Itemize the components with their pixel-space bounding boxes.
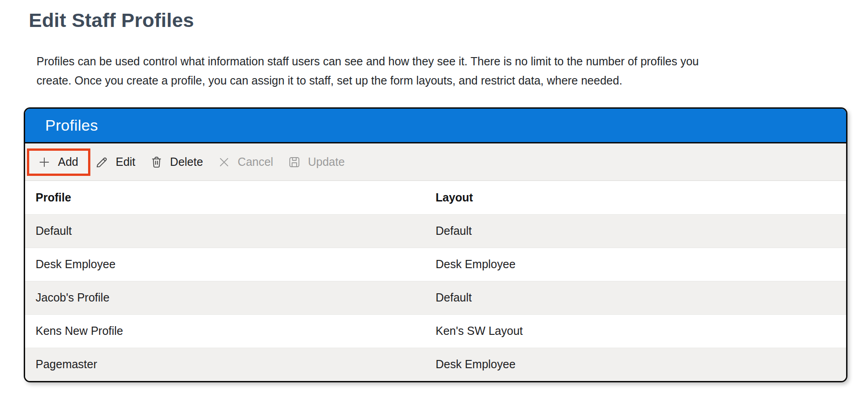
table-header-row: Profile Layout	[25, 181, 846, 214]
cell-profile: Kens New Profile	[25, 314, 436, 348]
cell-profile: Pagemaster	[25, 348, 436, 381]
description-line-2: create. Once you create a profile, you c…	[37, 71, 847, 90]
trash-icon	[150, 155, 163, 169]
pencil-icon	[95, 155, 109, 169]
cell-layout: Default	[436, 214, 847, 248]
cancel-button-label: Cancel	[238, 155, 273, 169]
plus-icon	[37, 155, 51, 169]
edit-button[interactable]: Edit	[95, 155, 135, 169]
panel-title: Profiles	[45, 116, 98, 134]
table-row-pagemaster[interactable]: Pagemaster Desk Employee	[25, 348, 846, 381]
cell-layout: Desk Employee	[436, 248, 847, 281]
cell-profile: Jacob's Profile	[25, 281, 436, 314]
edit-button-label: Edit	[115, 155, 135, 169]
delete-button-label: Delete	[170, 155, 203, 169]
table-row-desk-employee[interactable]: Desk Employee Desk Employee	[25, 248, 846, 281]
page-title: Edit Staff Profiles	[29, 9, 868, 32]
cancel-button[interactable]: Cancel	[217, 155, 273, 169]
table-row-jacobs-profile[interactable]: Jacob's Profile Default	[25, 281, 846, 314]
panel-header: Profiles	[25, 109, 846, 143]
add-button-highlight: Add	[27, 148, 90, 176]
cell-layout: Desk Employee	[436, 348, 847, 381]
add-button-label: Add	[58, 155, 78, 169]
cell-layout: Ken's SW Layout	[436, 314, 847, 348]
table-row-kens-new-profile[interactable]: Kens New Profile Ken's SW Layout	[25, 314, 846, 348]
description-line-1: Profiles can be used control what inform…	[37, 52, 847, 71]
page-description: Profiles can be used control what inform…	[37, 52, 847, 90]
x-icon	[217, 155, 231, 169]
column-header-layout: Layout	[436, 181, 847, 214]
profiles-panel: Profiles Add Edit Delete	[24, 107, 847, 382]
delete-button[interactable]: Delete	[150, 155, 203, 169]
cell-layout: Default	[436, 281, 847, 314]
profiles-table: Profile Layout Default Default Desk Empl…	[25, 181, 846, 381]
column-header-profile: Profile	[25, 181, 436, 214]
cell-profile: Default	[25, 214, 436, 248]
save-icon	[288, 155, 301, 169]
toolbar: Add Edit Delete Cancel Update	[25, 143, 846, 181]
cell-profile: Desk Employee	[25, 248, 436, 281]
update-button-label: Update	[308, 155, 345, 169]
add-button[interactable]: Add	[37, 155, 78, 169]
table-row-default[interactable]: Default Default	[25, 214, 846, 248]
update-button[interactable]: Update	[288, 155, 345, 169]
